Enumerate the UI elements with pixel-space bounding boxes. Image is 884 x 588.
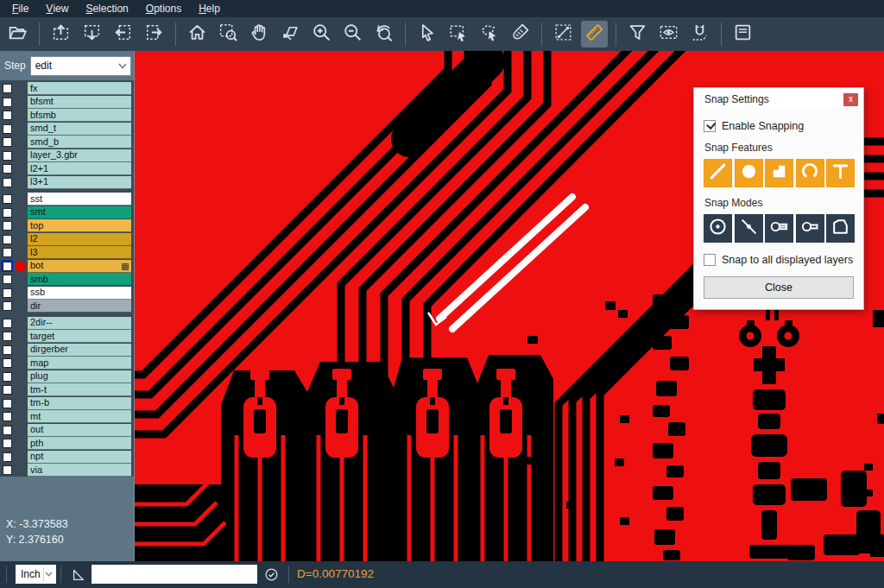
clean-brush-button[interactable] [507,21,534,47]
layer-name-field[interactable]: npt [28,451,131,464]
feature-line-button[interactable] [704,159,732,187]
layer-name-field[interactable]: smd_b [28,136,131,149]
enable-snapping-row[interactable]: Enable Snapping [704,120,854,132]
filter-funnel-button[interactable] [624,21,651,47]
layer-name-field[interactable]: l2 [28,233,131,246]
dialog-title-bar[interactable]: Snap Settings x [694,88,863,111]
measure-value-input[interactable] [92,565,257,584]
layer-name-field[interactable]: l3 [28,246,131,259]
layer-visibility-checkbox[interactable] [1,424,13,436]
layer-visibility-checkbox[interactable] [1,438,13,450]
layer-visibility-checkbox[interactable] [1,397,13,409]
select-rect-button[interactable] [445,21,471,47]
layer-visibility-checkbox[interactable] [1,206,13,218]
layer-name-field[interactable]: target [28,330,131,343]
layer-visibility-checkbox[interactable] [1,83,13,95]
measure-distance-button[interactable] [550,21,577,47]
menu-file[interactable]: File [3,0,37,17]
feature-surface-button[interactable] [765,159,793,187]
close-button[interactable]: Close [704,276,854,299]
pan-down-button[interactable] [79,21,105,47]
layer-name-field[interactable]: dirgerber [28,344,131,357]
layer-name-field[interactable]: l2+1 [28,162,131,175]
select-pointer-button[interactable] [414,21,440,47]
home-view-button[interactable] [184,21,211,47]
apply-check-icon[interactable] [262,565,281,585]
layer-visibility-checkbox[interactable] [1,357,13,370]
layer-visibility-checkbox[interactable] [1,370,13,383]
zoom-out-button[interactable] [339,21,366,47]
layer-name-field[interactable]: top [28,219,131,232]
snap-magnet-button[interactable] [686,21,713,47]
layer-visibility-checkbox[interactable] [1,149,13,161]
layer-name-field[interactable]: out [28,424,131,437]
layer-name-field[interactable]: plug [28,370,131,383]
zoom-previous-button[interactable] [370,21,397,47]
layer-visibility-checkbox[interactable] [1,110,13,122]
layer-name-field[interactable]: 2dir-- [28,317,131,330]
layer-visibility-checkbox[interactable] [1,465,13,477]
zoom-in-button[interactable] [308,21,335,47]
layer-name-field[interactable]: pth [28,437,131,450]
pan-up-button[interactable] [47,21,74,47]
mode-pad-edge-button[interactable] [796,214,824,243]
mode-center-button[interactable] [704,214,732,243]
layer-name-field[interactable]: bot [28,260,131,273]
layer-name-field[interactable]: via [28,464,131,477]
zoom-object-button[interactable] [277,21,304,47]
layer-visibility-checkbox[interactable] [1,193,13,205]
layer-visibility-checkbox[interactable] [1,220,13,232]
layer-name-field[interactable]: ssb [28,287,131,300]
layer-name-field[interactable]: tm-b [28,397,131,410]
pan-right-button[interactable] [141,21,167,47]
layer-name-field[interactable]: sst [28,193,131,205]
layer-name-field[interactable]: dir [28,300,131,313]
menu-view[interactable]: View [37,0,77,17]
unit-dropdown[interactable]: Inch [16,565,56,584]
layer-name-field[interactable]: smd_t [28,123,131,136]
layer-visibility-checkbox[interactable] [1,163,13,175]
snap-all-layers-checkbox[interactable] [704,254,716,266]
layer-visibility-checkbox[interactable] [1,344,13,356]
report-list-button[interactable] [729,21,756,47]
pan-left-button[interactable] [110,21,136,47]
enable-snapping-checkbox[interactable] [704,120,716,132]
pan-hand-button[interactable] [246,21,273,47]
snap-all-layers-row[interactable]: Snap to all displayed layers [704,254,854,266]
ruler-button[interactable] [581,21,608,47]
menu-selection[interactable]: Selection [77,0,136,17]
mode-profile-button[interactable] [826,214,855,243]
select-polygon-button[interactable] [476,21,502,47]
layer-visibility-checkbox[interactable] [1,411,13,423]
feature-pad-button[interactable] [735,159,763,187]
layer-name-field[interactable]: bfsmt [28,96,131,109]
layer-visibility-checkbox[interactable] [1,317,13,329]
layer-visibility-checkbox[interactable] [1,260,13,272]
feature-arc-button[interactable] [796,159,824,187]
layer-visibility-checkbox[interactable] [1,176,13,188]
layer-visibility-checkbox[interactable] [1,247,13,259]
mode-pad-entire-button[interactable] [765,214,793,243]
menu-options[interactable]: Options [137,0,190,17]
mode-line-point-button[interactable] [735,214,763,243]
layer-visibility-checkbox[interactable] [1,384,13,396]
layer-visibility-checkbox[interactable] [1,233,13,245]
menu-help[interactable]: Help [190,0,229,17]
layer-name-field[interactable]: mt [28,410,131,423]
layer-visibility-checkbox[interactable] [1,451,13,463]
layer-visibility-checkbox[interactable] [1,274,13,286]
layer-visibility-checkbox[interactable] [1,300,13,313]
display-toggle-eye-button[interactable] [655,21,682,47]
layer-name-field[interactable]: map [28,357,131,370]
feature-text-button[interactable] [826,159,855,187]
layer-name-field[interactable]: fx [28,82,131,95]
open-folder-button[interactable] [4,21,31,47]
layer-name-field[interactable]: l3+1 [28,176,131,189]
layer-visibility-checkbox[interactable] [1,287,13,299]
layer-visibility-checkbox[interactable] [1,136,13,149]
angle-measure-icon[interactable] [68,565,88,585]
layer-visibility-checkbox[interactable] [1,331,13,343]
layer-name-field[interactable]: smb [28,273,131,286]
dialog-close-button[interactable]: x [843,93,858,106]
layer-visibility-checkbox[interactable] [1,96,13,108]
